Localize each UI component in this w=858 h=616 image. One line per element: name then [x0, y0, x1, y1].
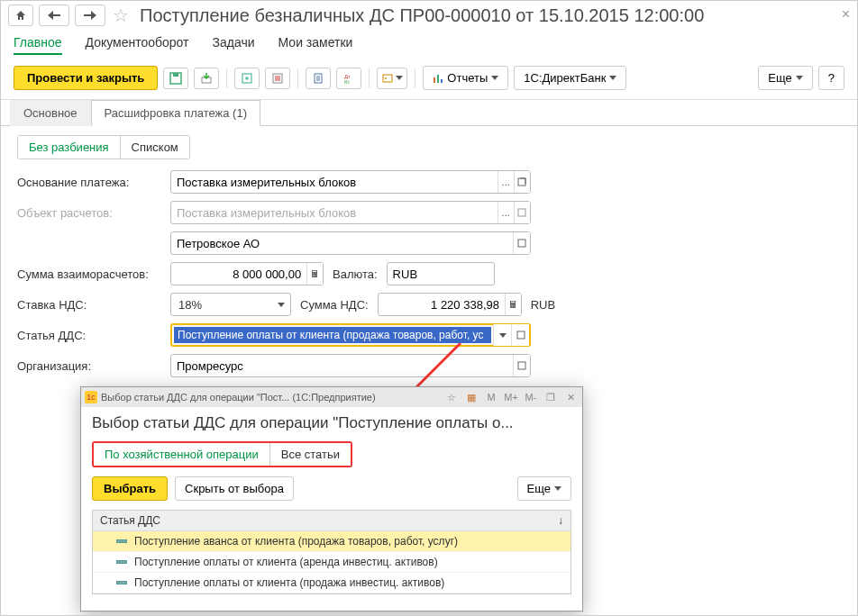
vat-sum-input[interactable]	[379, 294, 505, 315]
sum-field[interactable]	[170, 262, 324, 285]
svg-rect-14	[518, 209, 525, 216]
dds-open-button[interactable]	[511, 324, 529, 346]
tool-icon-4[interactable]: ДтКт	[336, 68, 361, 89]
toggle-no-split[interactable]: Без разбиения	[18, 136, 121, 159]
object-label: Объект расчетов:	[17, 206, 170, 220]
popup-titlebar: 1c Выбор статьи ДДС для операции "Пост..…	[81, 387, 582, 407]
vat-rate-label: Ставка НДС:	[17, 298, 170, 312]
svg-rect-15	[518, 240, 525, 247]
currency-label: Валюта:	[333, 267, 378, 281]
basis-field[interactable]: ...	[170, 170, 531, 194]
vat-currency: RUB	[531, 298, 555, 312]
forward-button[interactable]	[75, 5, 105, 26]
buyer-open-button[interactable]	[513, 232, 530, 254]
toolbar: Провести и закрыть ДтКт Отчеты 1С:Директ…	[1, 62, 857, 100]
popup-col-label: Статья ДДС	[100, 514, 160, 527]
tab-main[interactable]: Основное	[10, 100, 91, 126]
dds-value[interactable]: Поступление оплаты от клиента (продажа т…	[174, 327, 491, 343]
post-icon-button[interactable]	[194, 68, 219, 89]
split-toggle: Без разбиения Списком	[17, 135, 190, 159]
back-button[interactable]	[39, 5, 69, 26]
nav-main[interactable]: Главное	[14, 35, 62, 55]
popup-restore-icon[interactable]: ❐	[543, 390, 559, 404]
popup-title: Выбор статьи ДДС для операции "Поступлен…	[92, 414, 571, 432]
item-marker-icon	[116, 581, 127, 584]
svg-rect-8	[383, 75, 392, 82]
dds-label: Статья ДДС:	[17, 329, 170, 342]
home-button[interactable]	[8, 5, 33, 26]
object-open-button[interactable]	[514, 202, 530, 223]
buyer-field[interactable]	[170, 231, 531, 255]
tab-detail[interactable]: Расшифровка платежа (1)	[91, 100, 260, 126]
close-icon[interactable]: ×	[842, 6, 850, 23]
popup-m-icon[interactable]: M	[483, 390, 499, 404]
popup-row[interactable]: Поступление оплаты от клиента (аренда ин…	[93, 552, 570, 573]
favorite-star-icon[interactable]: ☆	[113, 5, 129, 26]
save-icon-button[interactable]	[163, 68, 188, 89]
currency-input[interactable]	[388, 263, 494, 285]
nav-docflow[interactable]: Документооборот	[86, 35, 189, 55]
basis-open-button[interactable]	[514, 171, 530, 193]
org-input[interactable]	[171, 355, 513, 376]
directbank-button[interactable]: 1С:ДиректБанк	[514, 66, 626, 90]
dds-dropdown-button[interactable]	[493, 324, 511, 346]
sum-calc-button[interactable]	[306, 263, 323, 285]
popup-row-label: Поступление оплаты от клиента (аренда ин…	[134, 556, 438, 568]
popup-th[interactable]: Статья ДДС ↓	[93, 511, 570, 531]
reports-button[interactable]: Отчеты	[423, 66, 508, 90]
vat-sum-calc-button[interactable]	[505, 294, 521, 315]
basis-pick-button[interactable]: ...	[497, 171, 514, 193]
sort-icon[interactable]: ↓	[558, 514, 563, 527]
nav-notes[interactable]: Мои заметки	[278, 35, 353, 55]
item-marker-icon	[116, 560, 127, 564]
buyer-input[interactable]	[171, 232, 513, 254]
more-label: Еще	[768, 71, 791, 85]
svg-rect-1	[173, 73, 178, 77]
tool-icon-2[interactable]	[265, 68, 290, 89]
popup-fav-icon[interactable]: ☆	[443, 390, 460, 404]
object-field[interactable]: ...	[170, 201, 531, 224]
titlebar: ☆ Поступление безналичных ДС ПР00-000010…	[1, 1, 857, 26]
object-pick-button[interactable]: ...	[497, 202, 514, 223]
sum-input[interactable]	[171, 263, 306, 285]
directbank-label: 1С:ДиректБанк	[524, 71, 606, 85]
svg-rect-10	[434, 77, 435, 83]
popup-win-title: Выбор статьи ДДС для операции "Пост... (…	[101, 392, 376, 403]
tool-icon-5[interactable]	[377, 68, 407, 89]
tabs: Основное Расшифровка платежа (1)	[1, 99, 857, 126]
help-button[interactable]: ?	[818, 66, 844, 90]
org-label: Организация:	[17, 359, 170, 373]
popup-tab-operation[interactable]: По хозяйственной операции	[94, 443, 270, 466]
more-button[interactable]: Еще	[758, 66, 812, 90]
popup-cal-icon[interactable]: ▦	[463, 390, 479, 404]
toggle-list[interactable]: Списком	[121, 136, 189, 159]
popup-more-button[interactable]: Еще	[517, 476, 571, 501]
vat-rate-value: 18%	[178, 298, 202, 312]
popup-mminus-icon[interactable]: M-	[523, 390, 539, 404]
popup-close-icon[interactable]: ✕	[562, 390, 579, 404]
vat-sum-field[interactable]	[378, 293, 522, 316]
org-open-button[interactable]	[513, 355, 530, 376]
popup-tabs: По хозяйственной операции Все статьи	[92, 441, 352, 467]
popup-hide-button[interactable]: Скрыть от выбора	[175, 476, 294, 501]
popup-row[interactable]: Поступление оплаты от клиента (продажа и…	[93, 573, 570, 593]
currency-field[interactable]	[387, 262, 495, 285]
org-field[interactable]	[170, 354, 531, 377]
basis-input[interactable]	[171, 171, 497, 193]
vat-rate-dropdown[interactable]: 18%	[170, 293, 291, 316]
tool-icon-3[interactable]	[306, 68, 331, 89]
page-title: Поступление безналичных ДС ПР00-000010 о…	[140, 5, 704, 26]
popup-select-button[interactable]: Выбрать	[92, 476, 168, 501]
nav-tasks[interactable]: Задачи	[213, 35, 255, 55]
tool-icon-1[interactable]	[234, 68, 260, 89]
popup-mplus-icon[interactable]: M+	[503, 390, 519, 404]
popup-row[interactable]: Поступление аванса от клиента (продажа т…	[93, 531, 570, 552]
object-input[interactable]	[171, 202, 497, 223]
dds-field[interactable]: Поступление оплаты от клиента (продажа т…	[170, 323, 531, 347]
post-close-button[interactable]: Провести и закрыть	[14, 66, 158, 90]
dds-select-popup: 1c Выбор статьи ДДС для операции "Пост..…	[80, 386, 583, 611]
svg-point-9	[385, 77, 387, 79]
svg-rect-12	[441, 79, 443, 83]
popup-tab-all[interactable]: Все статьи	[270, 443, 351, 466]
form: Основание платежа: ... Объект расчетов: …	[1, 167, 857, 388]
